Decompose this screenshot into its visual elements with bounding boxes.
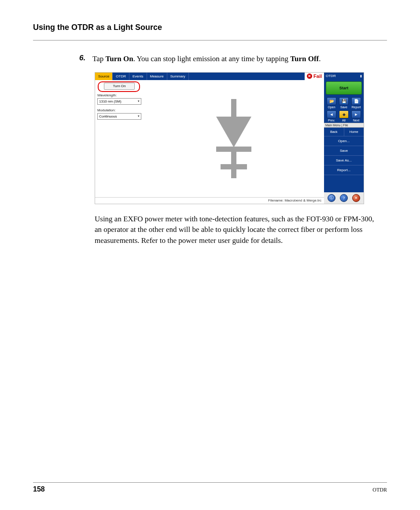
turn-on-button[interactable]: Turn On [104,83,135,90]
canvas-area [144,80,324,197]
menu-header: Main Menu | File [324,123,364,128]
modulation-select[interactable]: Continuous ▾ [97,113,141,120]
tab-summary[interactable]: Summary [167,73,189,80]
svg-marker-1 [216,117,251,147]
open-icon: 📂 [327,97,336,105]
info-button[interactable]: ⓘ [328,194,335,202]
save-button[interactable]: 💾 Save [339,97,349,109]
header-rule [33,40,387,40]
menu-report[interactable]: Report... [324,165,364,175]
menu-open[interactable]: Open... [324,136,364,146]
chevron-down-icon: ▾ [138,114,140,118]
source-panel: Turn On Wavelength: 1310 nm (SM) ▾ Modul… [95,80,144,197]
status-label: Fail [313,73,322,79]
open-button[interactable]: 📂 Open [326,97,337,109]
start-button[interactable]: Start [326,81,362,95]
tab-source[interactable]: Source [95,73,113,80]
app-screenshot: Source OTDR Events Measure Summary ✕ Fai… [95,72,364,204]
next-icon: ► [351,110,361,118]
svg-rect-4 [221,164,247,169]
help-button[interactable]: ? [340,194,348,202]
step-text: Tap Turn On. You can stop light emission… [92,54,321,64]
bottom-icon-row: ⓘ ? ✕ [324,192,364,204]
tab-otdr[interactable]: OTDR [113,73,129,80]
status-badge: ✕ Fail [305,73,324,80]
page-number: 158 [33,485,45,493]
close-button[interactable]: ✕ [352,194,360,202]
svg-rect-2 [216,147,251,152]
all-icon: ◆ [339,110,349,118]
all-button[interactable]: ◆ All [339,110,349,122]
save-icon: 💾 [339,97,349,105]
wavelength-select[interactable]: 1310 nm (SM) ▾ [97,98,141,105]
footer-rule [33,482,387,483]
prev-icon: ◄ [327,110,336,118]
report-button[interactable]: 📄 Report [351,97,361,109]
app-tabs: Source OTDR Events Measure Summary ✕ Fai… [95,73,324,80]
fail-icon: ✕ [307,73,312,79]
footer-doc-label: OTDR [372,487,387,493]
tab-measure[interactable]: Measure [147,73,167,80]
filename-bar: Filename: Macrobend & Merge.trc [95,197,324,204]
prev-button[interactable]: ◄ Prev. [326,110,337,122]
next-button[interactable]: ► Next [351,110,361,122]
side-title: OTDR [326,74,336,78]
tab-events[interactable]: Events [129,73,147,80]
wavelength-label: Wavelength: [97,93,141,97]
modulation-label: Modulation: [97,108,141,112]
side-panel: OTDR ▮ Start 📂 Open 💾 Save 📄 Repo [324,73,364,204]
tool-row-2: ◄ Prev. ◆ All ► Next [324,110,364,123]
tool-row-1: 📂 Open 💾 Save 📄 Report [324,96,364,110]
step-block: 6. Tap Turn On. You can stop light emiss… [79,54,387,64]
back-button[interactable]: Back [324,128,344,136]
section-title: Using the OTDR as a Light Source [33,23,387,32]
home-button[interactable]: Home [344,128,364,136]
body-paragraph: Using an EXFO power meter with tone-dete… [95,214,378,246]
menu-nav-row: Back Home [324,128,364,136]
battery-icon: ▮ [360,74,362,78]
menu-save[interactable]: Save [324,146,364,156]
page-footer: 158 OTDR [33,482,387,493]
laser-source-icon [207,99,260,178]
svg-rect-0 [231,99,236,117]
chevron-down-icon: ▾ [138,99,140,103]
menu-save-as[interactable]: Save As... [324,156,364,165]
step-number: 6. [79,54,92,62]
report-icon: 📄 [351,97,361,105]
